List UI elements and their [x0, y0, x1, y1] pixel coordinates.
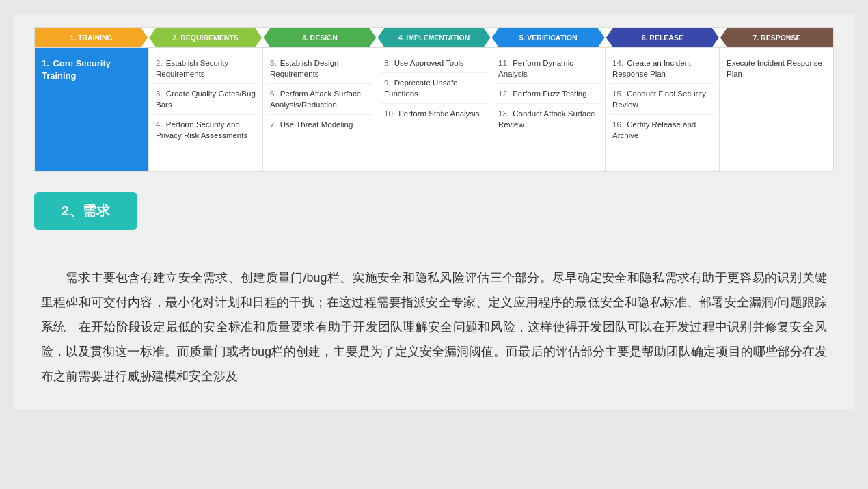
sdl-item-design-0: 5. Establish Design Requirements	[267, 53, 372, 84]
phase-header-requirements: 2. REQUIREMENTS	[149, 28, 262, 47]
phase-headers: 1. TRAINING2. REQUIREMENTS3. DESIGN4. IM…	[35, 28, 833, 47]
sdl-item-training-0: 1. Core Security Training	[39, 53, 144, 86]
sdl-item-implementation-2: 10. Perform Static Analysis	[381, 104, 487, 123]
sdl-item-verification-2: 13. Conduct Attack Surface Review	[496, 104, 601, 134]
phase-header-release: 6. RELEASE	[606, 28, 719, 47]
sdl-item-response-0: Execute Incident Response Plan	[724, 53, 829, 83]
sdl-col-training: 1. Core Security Training	[35, 48, 149, 171]
sdl-item-design-2: 7. Use Threat Modeling	[267, 115, 372, 134]
phase-header-verification: 5. VERIFICATION	[492, 28, 605, 47]
sdl-col-response: Execute Incident Response Plan	[720, 48, 833, 171]
phase-header-training: 1. TRAINING	[35, 28, 148, 47]
sdl-item-release-2: 16. Certify Release and Archive	[610, 115, 715, 145]
section-heading: 2、需求	[34, 192, 137, 230]
sdl-item-requirements-1: 3. Create Quality Gates/Bug Bars	[153, 84, 258, 115]
sdl-col-implementation: 8. Use Approved Tools9. Deprecate Unsafe…	[377, 48, 491, 171]
sdl-col-design: 5. Establish Design Requirements6. Perfo…	[263, 48, 377, 171]
sdl-item-requirements-0: 2. Establish Security Requirements	[153, 53, 258, 84]
section-heading-container: 2、需求	[34, 192, 834, 249]
sdl-item-release-0: 14. Create an Incident Response Plan	[610, 53, 715, 84]
sdl-col-verification: 11. Perform Dynamic Analysis12. Perform …	[491, 48, 606, 171]
sdl-item-verification-1: 12. Perform Fuzz Testing	[496, 84, 601, 104]
sdl-item-release-1: 15. Conduct Final Security Review	[610, 84, 715, 115]
sdl-item-implementation-0: 8. Use Approved Tools	[381, 53, 487, 73]
sdl-item-verification-0: 11. Perform Dynamic Analysis	[496, 53, 601, 84]
sdl-item-design-1: 6. Perform Attack Surface Analysis/Reduc…	[267, 84, 372, 115]
phase-header-response: 7. RESPONSE	[720, 28, 833, 47]
phase-header-design: 3. DESIGN	[263, 28, 376, 47]
sdl-diagram: 1. TRAINING2. REQUIREMENTS3. DESIGN4. IM…	[34, 27, 834, 172]
main-container: 1. TRAINING2. REQUIREMENTS3. DESIGN4. IM…	[14, 14, 854, 409]
phase-header-implementation: 4. IMPLEMENTATION	[377, 28, 490, 47]
sdl-col-requirements: 2. Establish Security Requirements3. Cre…	[149, 48, 263, 171]
sdl-col-release: 14. Create an Incident Response Plan15. …	[606, 48, 720, 171]
sdl-body: 1. Core Security Training2. Establish Se…	[35, 47, 833, 171]
body-paragraph: 需求主要包含有建立安全需求、创建质量门/bug栏、实施安全和隐私风险评估三个部分…	[34, 265, 834, 388]
sdl-item-requirements-2: 4. Perform Security and Privacy Risk Ass…	[153, 115, 258, 145]
sdl-item-implementation-1: 9. Deprecate Unsafe Functions	[381, 73, 487, 104]
